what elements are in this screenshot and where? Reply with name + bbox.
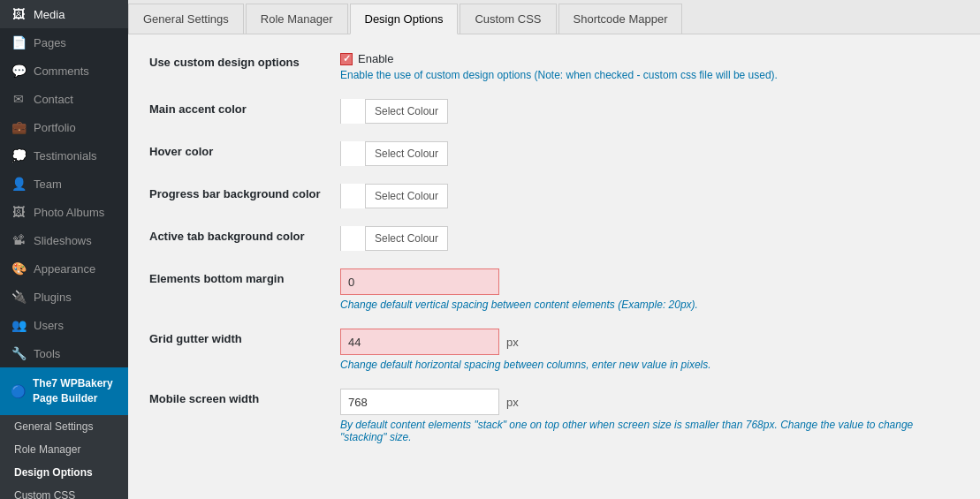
tab-role-manager[interactable]: Role Manager bbox=[246, 4, 348, 34]
elements-bottom-margin-hint: Change default vertical spacing between … bbox=[340, 299, 959, 311]
hover-color-label: Hover color bbox=[149, 141, 326, 158]
active-tab-bg-color-button[interactable]: Select Colour bbox=[340, 226, 448, 251]
elements-bottom-margin-label: Elements bottom margin bbox=[149, 268, 326, 285]
main-accent-color-button[interactable]: Select Colour bbox=[340, 99, 448, 124]
sidebar-item-media[interactable]: 🖼 Media bbox=[0, 0, 128, 28]
sidebar-item-label: Portfolio bbox=[34, 121, 76, 134]
mobile-screen-width-label: Mobile screen width bbox=[149, 389, 326, 405]
plugins-icon: 🔌 bbox=[11, 290, 27, 304]
main-content: General Settings Role Manager Design Opt… bbox=[128, 0, 980, 499]
sidebar-item-label: Plugins bbox=[34, 291, 72, 304]
sidebar-sub-design-options[interactable]: ➤ Design Options bbox=[0, 461, 128, 484]
elements-bottom-margin-row: Elements bottom margin Change default ve… bbox=[149, 268, 959, 311]
sidebar-submenu: General Settings Role Manager ➤ Design O… bbox=[0, 415, 128, 499]
enable-description: Enable the use of custom design options … bbox=[340, 69, 959, 81]
appearance-icon: 🎨 bbox=[11, 261, 27, 276]
sidebar-sub-role-manager[interactable]: Role Manager bbox=[0, 438, 128, 461]
active-tab-bg-color-row: Active tab background color Select Colou… bbox=[149, 226, 959, 251]
main-accent-color-label: Main accent color bbox=[149, 99, 326, 116]
elements-bottom-margin-input[interactable] bbox=[340, 268, 499, 295]
active-tab-bg-color-button-label: Select Colour bbox=[366, 232, 447, 245]
sidebar-item-photo-albums[interactable]: 🖼 Photo Albums bbox=[0, 198, 128, 226]
sidebar-item-slideshows[interactable]: 📽 Slideshows bbox=[0, 226, 128, 254]
sidebar-item-label: Media bbox=[34, 8, 65, 21]
contact-icon: ✉ bbox=[11, 92, 27, 106]
portfolio-icon: 💼 bbox=[11, 120, 27, 134]
grid-gutter-width-input[interactable] bbox=[340, 329, 499, 355]
mobile-screen-width-hint: By default content elements "stack" one … bbox=[340, 419, 959, 443]
grid-gutter-width-value: px Change default horizontal spacing bet… bbox=[340, 329, 959, 371]
enable-text: Enable bbox=[358, 52, 393, 65]
media-icon: 🖼 bbox=[11, 7, 27, 21]
sidebar-sub-general-settings[interactable]: General Settings bbox=[0, 415, 128, 438]
sidebar-item-contact[interactable]: ✉ Contact bbox=[0, 85, 128, 113]
tab-shortcode-mapper[interactable]: Shortcode Mapper bbox=[558, 4, 683, 34]
tools-icon: 🔧 bbox=[11, 346, 27, 360]
sidebar-item-users[interactable]: 👥 Users bbox=[0, 311, 128, 339]
sidebar-item-label: Appearance bbox=[34, 262, 95, 276]
photo-albums-icon: 🖼 bbox=[11, 205, 27, 219]
mobile-screen-width-row: Mobile screen width px By default conten… bbox=[149, 389, 959, 443]
hover-color-button[interactable]: Select Colour bbox=[340, 141, 448, 166]
sidebar-item-label: Users bbox=[34, 319, 64, 332]
progress-bar-bg-color-button[interactable]: Select Colour bbox=[340, 184, 448, 208]
sidebar-item-portfolio[interactable]: 💼 Portfolio bbox=[0, 113, 128, 141]
grid-gutter-width-unit: px bbox=[506, 336, 519, 349]
sidebar-item-appearance[interactable]: 🎨 Appearance bbox=[0, 254, 128, 283]
sidebar-item-label: Photo Albums bbox=[34, 206, 104, 219]
elements-bottom-margin-value: Change default vertical spacing between … bbox=[340, 268, 959, 311]
sidebar-item-testimonials[interactable]: 💭 Testimonials bbox=[0, 141, 128, 170]
progress-bar-bg-color-label: Progress bar background color bbox=[149, 184, 326, 200]
sidebar-item-label: Slideshows bbox=[34, 234, 92, 247]
sidebar-item-pages[interactable]: 📄 Pages bbox=[0, 28, 128, 57]
grid-gutter-width-hint: Change default horizontal spacing betwee… bbox=[340, 359, 959, 371]
hover-color-row: Hover color Select Colour bbox=[149, 141, 959, 166]
main-accent-color-value: Select Colour bbox=[340, 99, 959, 124]
progress-bar-bg-color-row: Progress bar background color Select Col… bbox=[149, 184, 959, 208]
active-tab-bg-color-swatch bbox=[341, 226, 366, 251]
sidebar-item-team[interactable]: 👤 Team bbox=[0, 170, 128, 198]
main-accent-color-row: Main accent color Select Colour bbox=[149, 99, 959, 124]
users-icon: 👥 bbox=[11, 318, 27, 332]
sidebar-item-plugins[interactable]: 🔌 Plugins bbox=[0, 283, 128, 311]
enable-checkbox[interactable] bbox=[340, 53, 353, 65]
grid-gutter-width-row: Grid gutter width px Change default hori… bbox=[149, 329, 959, 371]
comments-icon: 💬 bbox=[11, 64, 27, 78]
progress-bar-bg-color-swatch bbox=[341, 184, 366, 208]
mobile-screen-width-value: px By default content elements "stack" o… bbox=[340, 389, 959, 443]
sidebar-item-comments[interactable]: 💬 Comments bbox=[0, 57, 128, 85]
progress-bar-bg-color-button-label: Select Colour bbox=[366, 190, 447, 202]
tab-custom-css[interactable]: Custom CSS bbox=[460, 4, 556, 34]
hover-color-swatch bbox=[341, 141, 366, 166]
progress-bar-bg-color-value: Select Colour bbox=[340, 184, 959, 208]
grid-gutter-width-label: Grid gutter width bbox=[149, 329, 326, 345]
main-accent-color-button-label: Select Colour bbox=[366, 105, 447, 117]
pages-icon: 📄 bbox=[11, 35, 27, 49]
main-accent-color-swatch bbox=[341, 99, 366, 124]
sidebar-item-label: Pages bbox=[34, 36, 66, 49]
use-custom-design-label: Use custom design options bbox=[149, 52, 326, 69]
tab-design-options[interactable]: Design Options bbox=[350, 4, 459, 34]
tab-general-settings[interactable]: General Settings bbox=[128, 4, 244, 34]
sidebar-item-tools[interactable]: 🔧 Tools bbox=[0, 339, 128, 367]
active-tab-bg-color-value: Select Colour bbox=[340, 226, 959, 251]
testimonials-icon: 💭 bbox=[11, 148, 27, 163]
active-tab-bg-color-label: Active tab background color bbox=[149, 226, 326, 243]
team-icon: 👤 bbox=[11, 177, 27, 191]
mobile-screen-width-input[interactable] bbox=[340, 389, 499, 415]
sidebar-sub-custom-css[interactable]: Custom CSS bbox=[0, 484, 128, 499]
sidebar-item-label: Comments bbox=[34, 64, 89, 78]
mobile-screen-width-unit: px bbox=[506, 396, 519, 409]
use-custom-design-value: Enable Enable the use of custom design o… bbox=[340, 52, 959, 81]
sidebar: 🖼 Media 📄 Pages 💬 Comments ✉ Contact 💼 P… bbox=[0, 0, 128, 499]
sidebar-item-label: Testimonials bbox=[34, 149, 97, 163]
use-custom-design-row: Use custom design options Enable Enable … bbox=[149, 52, 959, 81]
hover-color-value: Select Colour bbox=[340, 141, 959, 166]
content-area: Use custom design options Enable Enable … bbox=[128, 34, 980, 499]
sidebar-item-label: Tools bbox=[34, 347, 60, 360]
sidebar-item-label: Contact bbox=[34, 93, 73, 106]
hover-color-button-label: Select Colour bbox=[366, 147, 447, 160]
plugin-icon: 🔵 bbox=[11, 384, 26, 398]
sidebar-plugin-item[interactable]: 🔵 The7 WPBakeryPage Builder bbox=[0, 367, 128, 415]
tab-bar: General Settings Role Manager Design Opt… bbox=[128, 0, 980, 34]
